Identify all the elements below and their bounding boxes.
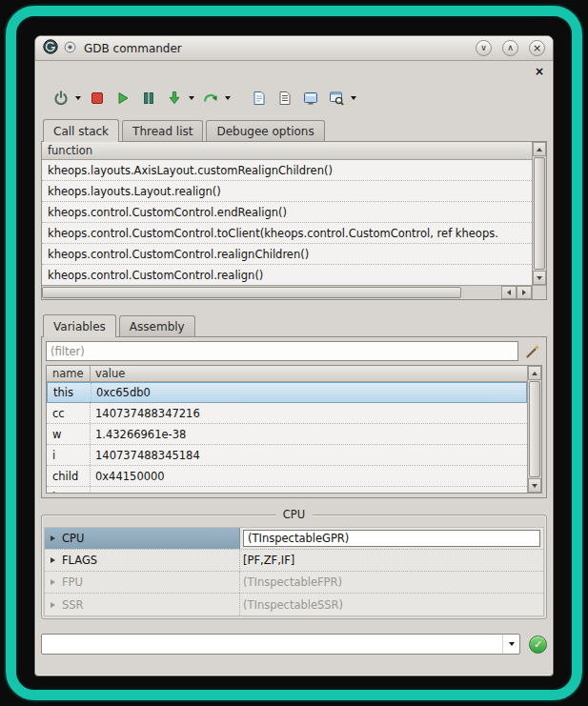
step-over-dropdown[interactable] [222, 87, 233, 110]
arrow-right-icon [522, 290, 526, 295]
chevron-down-icon [509, 642, 515, 646]
filter-row [46, 341, 542, 361]
horizontal-scrollbar[interactable] [42, 286, 501, 299]
variable-row[interactable]: child 0x44150000 [47, 466, 527, 487]
dock-close-button[interactable]: × [535, 66, 544, 77]
command-input[interactable] [42, 635, 502, 654]
window-body: × [35, 61, 553, 676]
watch-window-icon [328, 90, 345, 107]
step-in-button[interactable] [163, 87, 186, 110]
source-doc-button[interactable] [248, 87, 271, 110]
stop-button[interactable] [86, 87, 109, 110]
minimize-button[interactable]: ∨ [476, 40, 492, 56]
vertical-scrollbar[interactable] [527, 366, 541, 493]
scrollbar-track[interactable] [528, 380, 541, 478]
scroll-down-button[interactable] [533, 271, 546, 285]
expand-icon[interactable] [51, 535, 55, 541]
tab-label: Assembly [130, 320, 185, 333]
register-group-value: [PF,ZF,IF] [243, 554, 294, 567]
call-stack-row[interactable]: kheops.control.CustomControl.realignChil… [42, 244, 532, 265]
watch-window-button[interactable] [325, 87, 348, 110]
call-stack-row[interactable]: kheops.layouts.Layout.realign() [42, 181, 532, 202]
power-button[interactable] [50, 87, 72, 110]
variable-name: w [47, 424, 91, 444]
filter-options-button[interactable] [523, 342, 542, 361]
call-stack-row[interactable]: kheops.layouts.AxisLayout.customRealignC… [42, 160, 532, 181]
step-in-dropdown[interactable] [186, 87, 196, 110]
cpu-row[interactable]: FLAGS [PF,ZF,IF] [45, 550, 543, 572]
continue-button[interactable] [112, 87, 134, 110]
scrollbar-thumb[interactable] [42, 287, 461, 298]
app-icon [43, 39, 58, 58]
scrollbar-thumb[interactable] [529, 381, 540, 477]
step-over-button[interactable] [199, 87, 222, 110]
call-stack-row[interactable]: kheops.control.CustomControl.realign() [42, 265, 532, 285]
send-command-button[interactable]: ✓ [529, 635, 547, 654]
window-title: GDB commander [84, 42, 465, 55]
filter-input[interactable] [46, 341, 518, 361]
cpu-value-editor[interactable]: (TInspectableGPR) [243, 530, 540, 547]
command-log-button[interactable] [274, 87, 296, 110]
power-icon [52, 90, 70, 107]
register-group-name: CPU [62, 532, 84, 545]
maximize-button[interactable]: ∧ [502, 40, 518, 56]
chevron-down-icon [225, 96, 231, 100]
call-stack-panel: function kheops.layouts.AxisLayout.custo… [41, 141, 547, 300]
variable-row[interactable]: w 1.43266961e-38 [47, 424, 527, 445]
expand-icon[interactable] [51, 602, 55, 608]
memory-view-button[interactable] [299, 87, 322, 110]
register-group-name: FLAGS [62, 554, 97, 567]
variables-table: name value this 0xc65db0 cc 140737488347… [47, 366, 527, 493]
debug-command-combo[interactable] [41, 634, 520, 655]
call-stack-row[interactable]: kheops.control.CustomControl.endRealign(… [42, 202, 532, 223]
scroll-right-button[interactable] [517, 286, 532, 299]
scroll-left-button[interactable] [501, 286, 517, 299]
arrow-down-icon [537, 276, 542, 280]
tab-assembly[interactable]: Assembly [119, 315, 195, 336]
watch-window-dropdown[interactable] [348, 87, 358, 110]
stop-icon [89, 90, 106, 107]
cpu-register-tree: CPU (TInspectableGPR) FLAGS [PF,ZF,IF] [44, 527, 544, 616]
expand-icon[interactable] [51, 579, 55, 585]
titlebar[interactable]: GDB commander ∨ ∧ × [35, 36, 553, 61]
scroll-up-button[interactable] [528, 366, 541, 380]
column-header-function[interactable]: function [42, 142, 532, 160]
cpu-groupbox-title: CPU [275, 508, 313, 521]
vertical-scrollbar[interactable] [532, 142, 546, 285]
scrollbar-thumb[interactable] [534, 157, 545, 270]
register-group-name: SSR [62, 598, 84, 612]
variable-value: 1.43266961e-38 [91, 487, 527, 493]
close-button[interactable]: × [529, 40, 545, 56]
tab-call-stack[interactable]: Call stack [43, 119, 119, 142]
expand-icon[interactable] [51, 557, 55, 563]
cpu-row[interactable]: SSR (TInspectableSSR) [45, 594, 543, 615]
dock-header: × [41, 61, 547, 81]
cpu-row[interactable]: FPU (TInspectableFPR) [45, 572, 543, 594]
scroll-down-button[interactable] [528, 478, 541, 493]
tab-label: Variables [53, 320, 106, 333]
arrow-down-icon [532, 484, 537, 488]
arrow-up-icon [537, 148, 542, 151]
variable-row[interactable]: b 1.43266961e-38 [47, 487, 527, 493]
combo-dropdown-button[interactable] [502, 635, 519, 654]
call-stack-row[interactable]: kheops.control.CustomControl.toClient(kh… [42, 223, 532, 244]
scrollbar-track[interactable] [533, 156, 546, 271]
column-header-value[interactable]: value [91, 366, 527, 381]
power-dropdown[interactable] [72, 87, 83, 110]
variable-value: 140737488347216 [91, 403, 527, 423]
variables-panel: name value this 0xc65db0 cc 140737488347… [41, 336, 547, 498]
scroll-up-button[interactable] [533, 142, 546, 156]
pause-button[interactable] [137, 87, 160, 110]
variable-row[interactable]: i 140737488345184 [47, 445, 527, 466]
variable-row[interactable]: cc 140737488347216 [47, 403, 527, 424]
tab-variables[interactable]: Variables [43, 314, 116, 337]
step-over-icon [202, 90, 219, 107]
cpu-row[interactable]: CPU (TInspectableGPR) [45, 528, 543, 550]
register-group-name: FPU [62, 575, 83, 589]
column-header-name[interactable]: name [47, 366, 91, 381]
window-menu-icon[interactable] [64, 39, 76, 57]
variables-tabbar: Variables Assembly [41, 313, 547, 336]
tab-debugee-options[interactable]: Debugee options [206, 120, 324, 141]
variable-row[interactable]: this 0xc65db0 [47, 382, 527, 403]
tab-thread-list[interactable]: Thread list [122, 120, 203, 141]
